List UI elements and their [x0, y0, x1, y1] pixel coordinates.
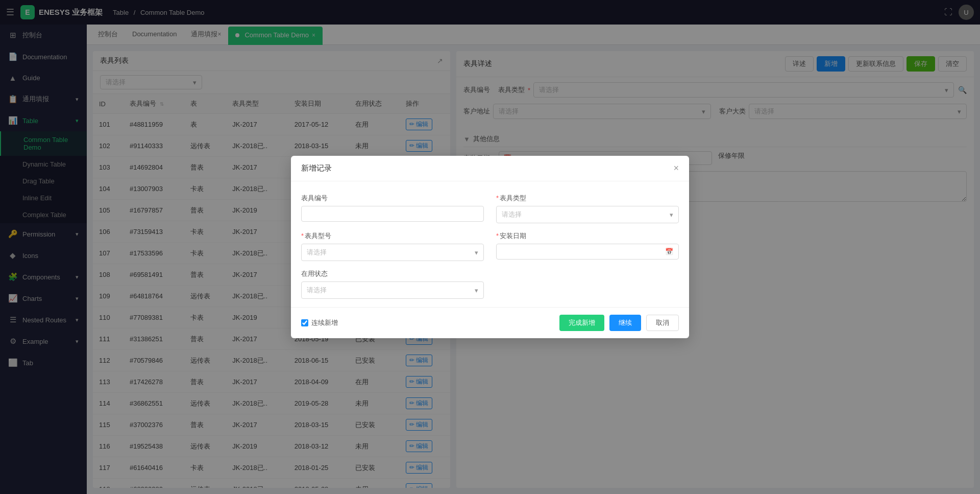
- modal-meter-category-field: *表具类型 请选择 ▾: [496, 194, 679, 223]
- modal-install-date-input[interactable]: 📅: [496, 244, 679, 260]
- continuous-add-checkbox-label[interactable]: 连续新增: [301, 318, 338, 327]
- modal-footer: 连续新增 完成新增 继续 取消: [291, 307, 689, 338]
- modal-status-select[interactable]: 请选择 ▾: [301, 281, 484, 299]
- cancel-button[interactable]: 取消: [646, 315, 679, 331]
- modal-meter-type-field: *表具型号 请选择 ▾: [301, 231, 484, 261]
- modal-meter-number-required: 表具编号: [301, 194, 328, 202]
- modal-header: 新增记录 ×: [291, 156, 689, 181]
- modal-meter-category-select[interactable]: 请选择 ▾: [496, 206, 679, 223]
- modal-meter-type-label: *表具型号: [301, 231, 484, 241]
- modal-status-label: 在用状态: [301, 269, 484, 278]
- modal-install-date-field: *安装日期 📅: [496, 231, 679, 261]
- continuous-add-checkbox[interactable]: [301, 319, 308, 326]
- modal-meter-type-select[interactable]: 请选择 ▾: [301, 244, 484, 261]
- modal-status-field: 在用状态 请选择 ▾: [301, 269, 484, 299]
- modal-meter-type-placeholder: 请选择: [307, 248, 327, 257]
- modal-close-icon[interactable]: ×: [673, 163, 679, 174]
- modal-title: 新增记录: [301, 163, 332, 173]
- modal-overlay[interactable]: 新增记录 × 表具编号 *表具类型 请选择 ▾: [0, 0, 980, 494]
- modal-meter-number-field: 表具编号: [301, 194, 484, 223]
- modal-meter-category-arrow: ▾: [670, 211, 673, 219]
- continuous-add-label: 连续新增: [311, 318, 338, 327]
- modal-meter-type-arrow: ▾: [475, 249, 478, 256]
- modal-meter-number-label: 表具编号: [301, 194, 484, 203]
- modal-form: 表具编号 *表具类型 请选择 ▾ *表具型号: [301, 194, 679, 299]
- modal-body: 表具编号 *表具类型 请选择 ▾ *表具型号: [291, 181, 689, 307]
- modal-meter-category-label: *表具类型: [496, 194, 679, 203]
- modal-meter-number-input[interactable]: [301, 206, 484, 222]
- modal-actions: 完成新增 继续 取消: [559, 315, 679, 331]
- modal-calendar-icon: 📅: [665, 248, 673, 255]
- finish-button[interactable]: 完成新增: [559, 315, 604, 331]
- modal-status-placeholder: 请选择: [307, 286, 327, 295]
- modal-status-arrow: ▾: [475, 287, 478, 294]
- modal-install-date-label: *安装日期: [496, 231, 679, 241]
- modal-meter-category-placeholder: 请选择: [502, 210, 522, 219]
- continue-button[interactable]: 继续: [609, 315, 641, 331]
- modal: 新增记录 × 表具编号 *表具类型 请选择 ▾: [291, 156, 689, 338]
